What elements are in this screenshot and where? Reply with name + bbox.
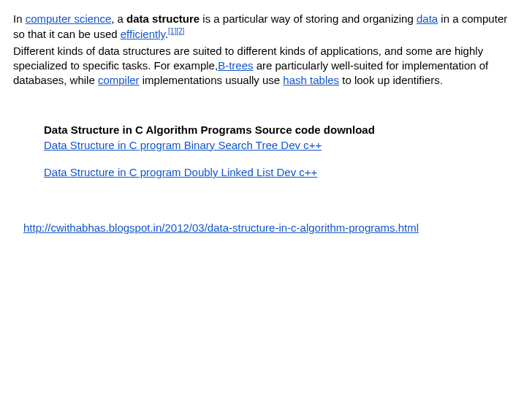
link-hash-tables[interactable]: hash tables: [283, 74, 339, 86]
text-segment: to look up identifiers.: [339, 74, 443, 86]
link-data[interactable]: data: [417, 12, 438, 25]
section-heading: Data Structure in C Algorithm Programs S…: [44, 123, 519, 137]
text-segment: is a particular way of storing and organ…: [200, 12, 417, 25]
reference-2[interactable]: [2]: [176, 27, 184, 35]
text-segment: , a: [111, 12, 126, 25]
link-efficiently[interactable]: efficiently: [121, 28, 165, 40]
footer-url-container: http://cwithabhas.blogspot.in/2012/03/da…: [13, 180, 519, 235]
link-compiler[interactable]: compiler: [98, 74, 140, 86]
link-doubly-linked-list[interactable]: Data Structure in C program Doubly Linke…: [44, 165, 519, 180]
text-segment: implementations usually use: [140, 74, 284, 86]
link-computer-science[interactable]: computer science: [26, 12, 112, 25]
reference-1[interactable]: [1]: [168, 27, 176, 35]
intro-paragraph: In computer science, a data structure is…: [13, 12, 519, 42]
bold-data-structure: data structure: [126, 12, 200, 25]
link-binary-search-tree[interactable]: Data Structure in C program Binary Searc…: [44, 138, 519, 153]
download-links-list: Data Structure in C program Binary Searc…: [44, 138, 519, 180]
second-paragraph: Different kinds of data structures are s…: [13, 44, 519, 88]
text-segment: In: [13, 12, 26, 25]
link-btrees[interactable]: B-trees: [218, 59, 253, 72]
footer-url[interactable]: http://cwithabhas.blogspot.in/2012/03/da…: [23, 221, 419, 235]
